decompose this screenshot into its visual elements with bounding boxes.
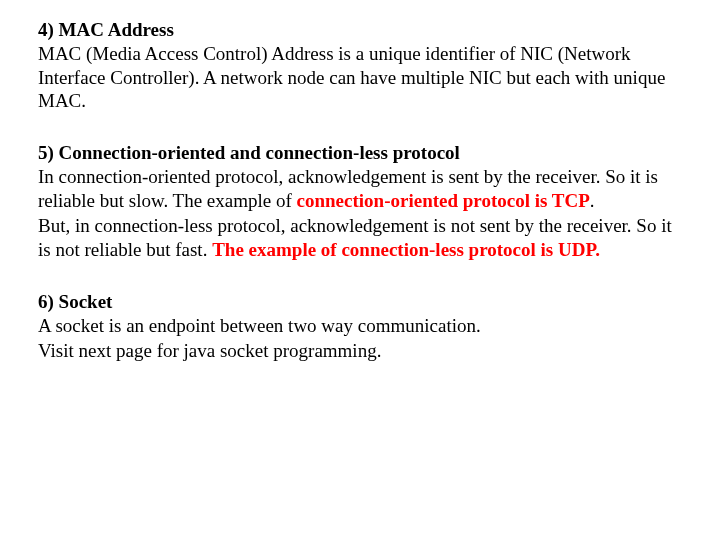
heading-socket: 6) Socket: [38, 290, 682, 314]
body-socket-line2: Visit next page for java socket programm…: [38, 339, 682, 363]
section-socket: 6) Socket A socket is an endpoint betwee…: [38, 290, 682, 363]
body-connection-less: But, in connection-less protocol, acknow…: [38, 214, 682, 262]
emphasis-udp: The example of connection-less protocol …: [212, 239, 600, 260]
body-mac-address: MAC (Media Access Control) Address is a …: [38, 42, 682, 113]
text-tail: .: [590, 190, 595, 211]
section-mac-address: 4) MAC Address MAC (Media Access Control…: [38, 18, 682, 113]
emphasis-tcp: connection-oriented protocol is TCP: [297, 190, 590, 211]
heading-connection-protocol: 5) Connection-oriented and connection-le…: [38, 141, 682, 165]
heading-mac-address: 4) MAC Address: [38, 18, 682, 42]
section-connection-protocol: 5) Connection-oriented and connection-le…: [38, 141, 682, 262]
body-socket-line1: A socket is an endpoint between two way …: [38, 314, 682, 338]
body-connection-oriented: In connection-oriented protocol, acknowl…: [38, 165, 682, 213]
document-page: 4) MAC Address MAC (Media Access Control…: [0, 0, 720, 363]
